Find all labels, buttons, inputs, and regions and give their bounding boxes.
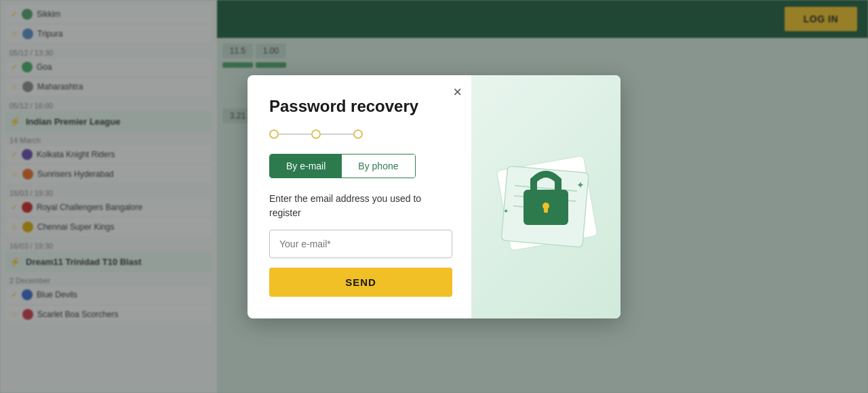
step-dot-3 [353,129,363,139]
recovery-method-tabs: By e-mail By phone [269,154,416,178]
send-button[interactable]: SEND [269,268,452,297]
instruction-text: Enter the email address you used to regi… [269,192,452,220]
step-line-2 [321,133,353,135]
svg-rect-10 [544,206,548,213]
modal-left-panel: × Password recovery By e-mail By phone E… [248,75,471,318]
modal-right-panel: ✦ ✦ [471,75,620,318]
step-line-1 [279,133,311,135]
modal-title: Password recovery [269,97,452,116]
tab-by-email[interactable]: By e-mail [270,154,342,178]
svg-text:✦: ✦ [503,207,509,215]
step-dot-1 [269,129,279,139]
svg-text:✦: ✦ [576,180,585,190]
lock-illustration: ✦ ✦ [488,129,604,264]
tab-by-phone[interactable]: By phone [342,154,414,178]
close-button[interactable]: × [453,85,462,100]
step-indicator [269,129,452,139]
step-dot-2 [311,129,321,139]
modal-overlay: × Password recovery By e-mail By phone E… [0,0,868,393]
password-recovery-modal: × Password recovery By e-mail By phone E… [248,75,620,318]
email-input[interactable] [269,230,452,258]
